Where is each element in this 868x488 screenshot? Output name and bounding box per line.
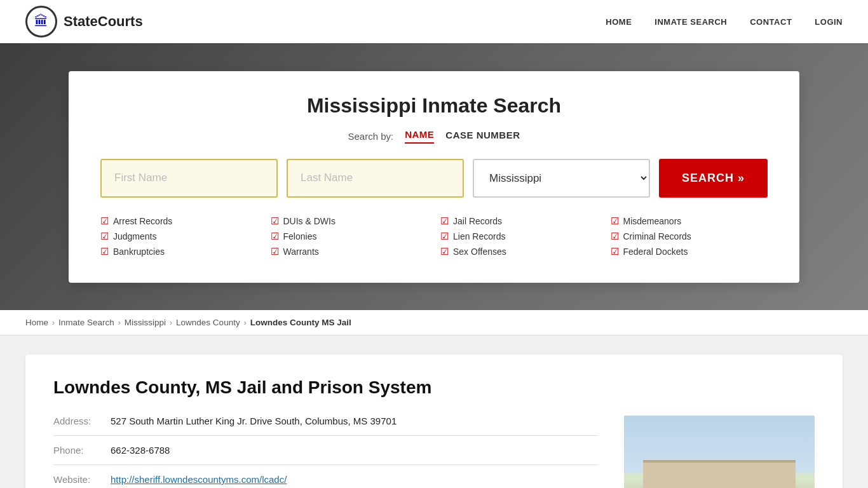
breadcrumb-sep-4: › [244,318,247,327]
content-card: Lowndes County, MS Jail and Prison Syste… [25,355,843,488]
nav-link-home[interactable]: HOME [606,17,632,27]
check-icon: ☑ [100,215,109,227]
check-label: Federal Dockets [623,247,688,257]
detail-divider-1 [53,435,599,436]
phone-label: Phone: [53,445,111,456]
check-item-bankruptcies: ☑Bankruptcies [100,246,258,257]
search-card: Mississippi Inmate Search Search by: NAM… [69,71,799,283]
breadcrumb-home[interactable]: Home [25,318,48,327]
check-label: Arrest Records [113,216,172,226]
check-icon: ☑ [440,246,449,257]
address-label: Address: [53,416,111,426]
website-link[interactable]: http://sheriff.lowndescountyms.com/lcadc… [111,474,287,485]
breadcrumb-current: Lowndes County MS Jail [250,318,351,327]
check-icon: ☑ [100,231,109,242]
website-label: Website: [53,474,111,485]
check-item-federal-dockets: ☑Federal Dockets [611,246,768,257]
check-icon: ☑ [440,231,449,242]
check-item-misdemeanors: ☑Misdemeanors [611,215,768,227]
tab-case-number[interactable]: CASE NUMBER [445,130,520,143]
hero-section: COURTHOUSE Mississippi Inmate Search Sea… [0,43,868,310]
check-label: Lien Records [453,231,506,241]
breadcrumb-lowndes-county[interactable]: Lowndes County [176,318,240,327]
check-item-felonies: ☑Felonies [271,231,428,242]
check-label: DUIs & DWIs [283,216,336,226]
nav-logo[interactable]: 🏛 StateCourts [25,6,143,37]
logo-icon: 🏛 [25,6,57,37]
check-icon: ☑ [100,246,109,257]
check-item-criminal-records: ☑Criminal Records [611,231,768,242]
address-row: Address: 527 South Martin Luther King Jr… [53,416,599,426]
check-item-jail-records: ☑Jail Records [440,215,598,227]
search-by-label: Search by: [348,131,393,142]
search-by-row: Search by: NAME CASE NUMBER [100,129,768,144]
check-icon: ☑ [271,231,279,242]
check-label: Jail Records [453,216,502,226]
check-item-warrants: ☑Warrants [271,246,428,257]
breadcrumb-mississippi[interactable]: Mississippi [125,318,166,327]
check-label: Misdemeanors [623,216,682,226]
nav-links: HOME INMATE SEARCH CONTACT LOGIN [606,17,843,27]
check-icon: ☑ [611,246,619,257]
check-item-duis-dwis: ☑DUIs & DWIs [271,215,428,227]
last-name-input[interactable] [287,159,464,198]
check-label: Warrants [283,247,319,257]
search-inputs-row: MississippiAlabamaAlaskaArizonaArkansasC… [100,159,768,198]
navbar: 🏛 StateCourts HOME INMATE SEARCH CONTACT… [0,0,868,43]
check-label: Judgments [113,231,156,241]
check-item-judgments: ☑Judgments [100,231,258,242]
check-item-sex-offenses: ☑Sex Offenses [440,246,598,257]
first-name-input[interactable] [100,159,278,198]
check-label: Felonies [283,231,317,241]
search-button[interactable]: SEARCH » [659,159,768,198]
website-value: http://sheriff.lowndescountyms.com/lcadc… [111,474,287,485]
logo-text: StateCourts [64,13,143,30]
search-card-title: Mississippi Inmate Search [100,94,768,118]
phone-value: 662-328-6788 [111,445,170,456]
check-icon: ☑ [440,215,449,227]
check-icon: ☑ [271,215,279,227]
nav-link-login[interactable]: LOGIN [815,17,843,27]
facility-title: Lowndes County, MS Jail and Prison Syste… [53,377,815,398]
breadcrumb-sep-1: › [52,318,55,327]
facility-info-row: Address: 527 South Martin Luther King Jr… [53,416,815,488]
nav-link-inmate-search[interactable]: INMATE SEARCH [654,17,727,27]
check-icon: ☑ [611,215,619,227]
breadcrumb-sep-3: › [170,318,172,327]
breadcrumb-sep-2: › [118,318,121,327]
check-item-lien-records: ☑Lien Records [440,231,598,242]
website-row: Website: http://sheriff.lowndescountyms.… [53,474,599,485]
content-wrapper: Lowndes County, MS Jail and Prison Syste… [0,336,868,488]
phone-row: Phone: 662-328-6788 [53,445,599,456]
check-label: Criminal Records [623,231,691,241]
breadcrumb-inmate-search[interactable]: Inmate Search [58,318,114,327]
nav-link-contact[interactable]: CONTACT [750,17,792,27]
detail-divider-2 [53,464,599,465]
check-icon: ☑ [271,246,279,257]
facility-details: Address: 527 South Martin Luther King Jr… [53,416,599,488]
tab-name[interactable]: NAME [405,129,434,144]
check-label: Sex Offenses [453,247,506,257]
state-select[interactable]: MississippiAlabamaAlaskaArizonaArkansasC… [473,159,650,198]
facility-image [624,416,815,488]
breadcrumb-bar: Home › Inmate Search › Mississippi › Low… [0,310,868,336]
check-item-arrest-records: ☑Arrest Records [100,215,258,227]
checklist-grid: ☑Arrest Records☑DUIs & DWIs☑Jail Records… [100,215,768,257]
address-value: 527 South Martin Luther King Jr. Drive S… [111,416,397,426]
check-icon: ☑ [611,231,619,242]
check-label: Bankruptcies [113,247,165,257]
